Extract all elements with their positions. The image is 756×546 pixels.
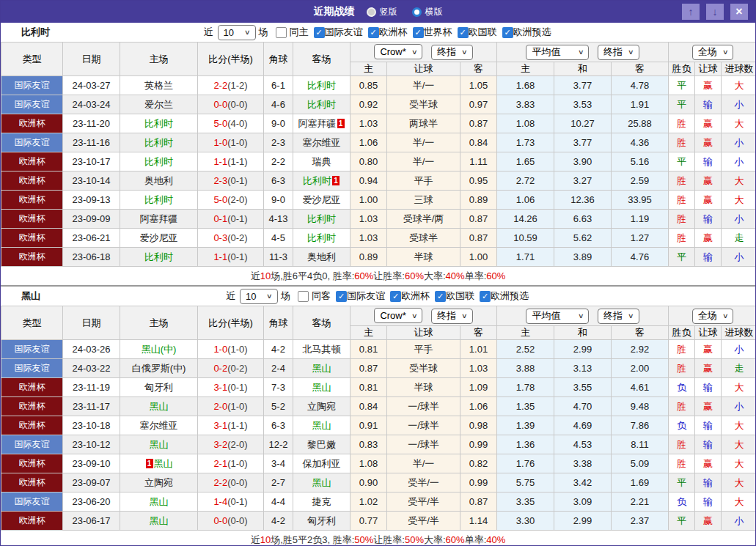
games-label: 场 xyxy=(281,289,290,303)
home-team-cell: 阿塞拜疆 xyxy=(120,210,198,229)
away-team-name: 保加利亚 xyxy=(303,458,341,469)
score-cell: 1-0(1-0) xyxy=(198,133,264,152)
away-team-name: 比利时 xyxy=(303,175,331,186)
bookmaker-select[interactable]: Crow*∨ xyxy=(374,308,422,323)
match-type-cell: 欧洲杯 xyxy=(1,229,63,248)
average-time-select[interactable]: 终指∨ xyxy=(598,45,639,60)
half-time-score: (0-1) xyxy=(227,213,247,224)
home-team-name: 黑山 xyxy=(150,401,169,412)
away-team-cell: 黑山 xyxy=(293,378,351,397)
match-count-select[interactable]: 10∨ xyxy=(240,289,278,304)
home-team-cell: 比利时 xyxy=(120,248,198,267)
full-time-score: 1-4 xyxy=(213,496,227,507)
scope-select[interactable]: 全场∨ xyxy=(692,309,734,324)
result-cell: 胜 xyxy=(669,397,695,416)
chevron-down-icon: ∨ xyxy=(722,48,729,56)
half-time-score: (1-1) xyxy=(227,156,247,167)
down-arrow-icon: ↓ xyxy=(713,6,718,18)
score-cell: 2-1(1-0) xyxy=(198,454,264,473)
competition-checkbox[interactable]: ✓ xyxy=(336,291,347,302)
handicap-home-odds-cell: 0.85 xyxy=(351,76,387,95)
competition-checkbox[interactable]: ✓ xyxy=(480,291,491,302)
col-odds-home: 主 xyxy=(351,326,387,340)
away-team-cell: 阿塞拜疆1 xyxy=(293,114,351,133)
match-count-select[interactable]: 10∨ xyxy=(218,25,256,40)
competition-checkbox[interactable]: ✓ xyxy=(502,27,513,38)
competition-checkbox[interactable]: ✓ xyxy=(413,27,424,38)
half-time-score: (0-1) xyxy=(227,496,247,507)
goals-result-cell: 小 xyxy=(722,340,756,359)
competition-checkbox[interactable]: ✓ xyxy=(390,291,401,302)
match-type-cell: 国际友谊 xyxy=(1,435,63,454)
odds-time-select[interactable]: 终指∨ xyxy=(431,45,473,60)
competition-checkbox[interactable]: ✓ xyxy=(435,291,446,302)
average-time-select[interactable]: 终指∨ xyxy=(598,309,639,324)
handicap-away-odds-cell: 0.87 xyxy=(460,229,497,248)
away-team-name: 捷克 xyxy=(312,496,331,507)
match-date-cell: 23-06-17 xyxy=(63,512,120,531)
avg-home-odds-cell: 3.30 xyxy=(497,512,554,531)
avg-away-odds-cell: 8.11 xyxy=(612,435,669,454)
home-team-cell: 匈牙利 xyxy=(120,378,198,397)
avg-home-odds-cell: 1.06 xyxy=(497,191,554,210)
scope-group-header: 全场∨ xyxy=(669,306,756,326)
handicap-home-odds-cell: 0.81 xyxy=(351,378,387,397)
corner-cell: 4-4 xyxy=(264,492,293,512)
handicap-away-odds-cell: 0.98 xyxy=(460,416,497,435)
handicap-cell: 半/一 xyxy=(387,76,460,95)
handicap-result-cell: 输 xyxy=(695,95,722,114)
radio-vertical-layout[interactable]: 竖版 xyxy=(367,6,397,18)
home-team-cell: 塞尔维亚 xyxy=(120,416,198,435)
match-count-value: 10 xyxy=(224,27,234,38)
goals-result-cell: 小 xyxy=(722,512,756,531)
filter-bar: 比利时 近 10∨ 场 同主 ✓国际友谊✓欧洲杯✓世界杯✓欧国联✓欧洲预选 xyxy=(1,23,755,42)
radio-horizontal-layout[interactable]: 横版 xyxy=(412,6,443,18)
away-team-cell: 奥地利 xyxy=(293,248,351,267)
team-section: 比利时 近 10∨ 场 同主 ✓国际友谊✓欧洲杯✓世界杯✓欧国联✓欧洲预选 xyxy=(1,23,755,287)
score-cell: 2-0(1-0) xyxy=(198,397,264,416)
avg-draw-odds-cell: 2.99 xyxy=(554,340,612,359)
close-button[interactable]: × xyxy=(730,4,748,20)
handicap-away-odds-cell: 0.87 xyxy=(460,492,497,512)
handicap-away-odds-cell: 1.01 xyxy=(460,340,497,359)
same-venue-checkbox[interactable] xyxy=(276,27,287,38)
away-team-name: 黑山 xyxy=(312,420,331,431)
full-time-score: 0-3 xyxy=(213,232,227,243)
avg-draw-odds-cell: 3.13 xyxy=(554,359,612,378)
handicap-home-odds-cell: 0.81 xyxy=(351,340,387,359)
avg-draw-odds-cell: 6.63 xyxy=(554,210,612,229)
home-team-cell: 1黑山 xyxy=(120,454,198,473)
col-type: 类型 xyxy=(1,306,63,340)
chevron-down-icon: ∨ xyxy=(411,312,418,320)
match-type-cell: 欧洲杯 xyxy=(1,210,63,229)
home-team-cell: 黑山(中) xyxy=(120,340,198,359)
games-label: 场 xyxy=(259,26,268,39)
table-row: 国际友谊24-03-26黑山(中)1-0(1-0)4-2北马其顿0.81平手1.… xyxy=(1,340,756,359)
handicap-cell: 半/一 xyxy=(387,152,460,171)
match-date-cell: 24-03-24 xyxy=(63,95,120,114)
away-team-name: 立陶宛 xyxy=(307,401,336,412)
same-venue-checkbox[interactable] xyxy=(298,291,309,302)
avg-home-odds-cell: 1.36 xyxy=(497,435,554,454)
corner-cell: 4-13 xyxy=(264,210,293,229)
match-type-cell: 欧洲杯 xyxy=(1,248,63,267)
recent-results-window: 近期战绩 竖版 横版 ↑ ↓ × 比利时 近 10∨ xyxy=(0,0,756,546)
corner-cell: 9-0 xyxy=(264,191,293,210)
result-cell: 胜 xyxy=(669,435,695,454)
odds-time-select[interactable]: 终指∨ xyxy=(431,309,473,324)
move-down-button[interactable]: ↓ xyxy=(706,4,724,20)
average-select[interactable]: 平均值∨ xyxy=(526,45,589,60)
handicap-home-odds-cell: 0.91 xyxy=(351,416,387,435)
competition-label: 欧洲杯 xyxy=(401,290,430,301)
scope-select[interactable]: 全场∨ xyxy=(692,45,734,60)
competition-checkbox[interactable]: ✓ xyxy=(368,27,379,38)
average-select[interactable]: 平均值∨ xyxy=(526,309,589,324)
move-up-button[interactable]: ↑ xyxy=(682,4,700,20)
col-home: 主场 xyxy=(120,43,198,76)
home-team-name: 比利时 xyxy=(144,156,173,167)
bookmaker-select[interactable]: Crow*∨ xyxy=(374,44,422,59)
competition-checkbox[interactable]: ✓ xyxy=(458,27,469,38)
competition-checkbox[interactable]: ✓ xyxy=(314,27,325,38)
avg-draw-odds-cell: 3.53 xyxy=(554,95,612,114)
match-date-cell: 23-10-12 xyxy=(63,435,120,454)
